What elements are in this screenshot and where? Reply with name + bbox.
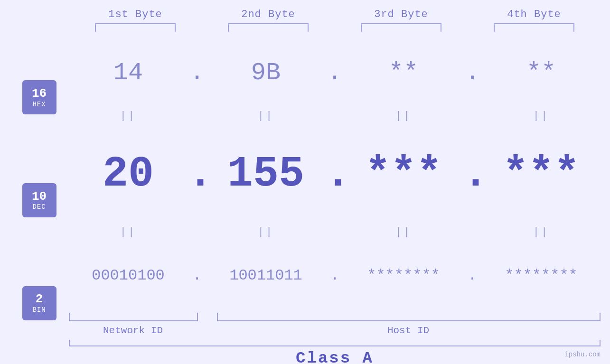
byte1-label: 1st Byte (69, 9, 202, 20)
main-area: 16 HEX 10 DEC 2 BIN 14 . (0, 37, 610, 364)
hex-byte3-cell: ** (344, 59, 463, 87)
bin-badge-num: 2 (36, 292, 43, 306)
hex-dot1: . (188, 59, 206, 87)
id-labels-row: Network ID Host ID (69, 325, 601, 336)
dec-badge-label: DEC (32, 203, 46, 211)
main-container: 1st Byte 2nd Byte 3rd Byte 4th Byte 16 H… (0, 0, 610, 364)
network-id-label: Network ID (69, 325, 197, 336)
bin-badge: 2 BIN (22, 286, 56, 320)
hex-badge-label: HEX (32, 101, 46, 108)
dec-dot1: . (188, 150, 206, 198)
equals-row-1: || || || || (69, 109, 601, 123)
bin-badge-label: BIN (32, 306, 46, 314)
dec-row: 20 . 155 . *** . *** (69, 123, 601, 225)
hex-row: 14 . 9B . ** . ** (69, 37, 601, 109)
values-area: 14 . 9B . ** . ** (69, 37, 601, 364)
hex-byte2-value: 9B (251, 59, 281, 87)
byte2-label: 2nd Byte (202, 9, 335, 20)
class-bracket-line (69, 340, 601, 346)
dec-dot2: . (325, 150, 344, 198)
hex-byte4-cell: ** (482, 59, 601, 87)
bottom-bracket-lines (69, 313, 601, 321)
equals-2-b4: || (482, 226, 601, 238)
equals-2-b1: || (69, 226, 188, 238)
dec-badge-num: 10 (32, 190, 47, 204)
byte-labels-row: 1st Byte 2nd Byte 3rd Byte 4th Byte (69, 0, 601, 20)
dec-byte4-cell: *** (482, 150, 601, 198)
bin-byte3-cell: ******** (344, 267, 463, 284)
bin-dot3: . (463, 267, 482, 284)
label-spacer (197, 325, 216, 336)
dec-byte1-cell: 20 (69, 150, 188, 198)
equals-1-b2: || (206, 110, 325, 122)
equals-1-b3: || (344, 110, 463, 122)
bin-byte4-cell: ******** (482, 267, 601, 284)
top-brackets-row (69, 23, 601, 32)
bracket-cell-1 (69, 23, 202, 32)
badges-column: 16 HEX 10 DEC 2 BIN (0, 37, 69, 364)
hex-dot3: . (463, 59, 482, 87)
hex-badge-num: 16 (32, 87, 47, 101)
bottom-network-bracket (69, 313, 198, 321)
hex-badge: 16 HEX (22, 80, 56, 114)
bottom-host-bracket (217, 313, 601, 321)
hex-byte2-cell: 9B (206, 59, 325, 87)
hex-byte3-value: ** (389, 59, 418, 87)
bracket-cell-3 (335, 23, 468, 32)
byte3-label: 3rd Byte (335, 9, 468, 20)
bin-byte1-value: 00010100 (92, 267, 165, 284)
top-bracket-3 (361, 23, 441, 32)
bin-row: 00010100 . 10011011 . ******** . (69, 239, 601, 312)
bin-dot2: . (325, 267, 344, 284)
dec-byte3-value: *** (365, 150, 442, 198)
hex-dot2: . (325, 59, 344, 87)
equals-2-b3: || (344, 226, 463, 238)
dec-byte1-value: 20 (103, 150, 154, 198)
top-bracket-2 (228, 23, 309, 32)
footer-text: ipshu.com (564, 351, 601, 358)
class-label-row: Class A (69, 349, 601, 364)
bin-dot1: . (188, 267, 206, 284)
dec-byte2-cell: 155 (206, 150, 325, 198)
bin-byte1-cell: 00010100 (69, 267, 188, 284)
top-bracket-1 (95, 23, 176, 32)
equals-1-b1: || (69, 110, 188, 122)
byte4-label: 4th Byte (468, 9, 601, 20)
bracket-cell-4 (468, 23, 601, 32)
equals-row-2: || || || || (69, 225, 601, 239)
hex-byte1-cell: 14 (69, 59, 188, 87)
dec-byte2-value: 155 (227, 150, 304, 198)
class-label: Class A (296, 349, 374, 364)
equals-1-b4: || (482, 110, 601, 122)
bin-byte2-value: 10011011 (229, 267, 302, 284)
host-id-label: Host ID (216, 325, 601, 336)
bracket-cell-2 (202, 23, 335, 32)
dec-badge: 10 DEC (22, 183, 56, 217)
hex-byte4-value: ** (526, 59, 556, 87)
bin-byte3-value: ******** (367, 267, 440, 284)
hex-byte1-value: 14 (113, 59, 143, 87)
dec-byte3-cell: *** (344, 150, 463, 198)
class-bracket-row (69, 340, 601, 346)
bin-byte2-cell: 10011011 (206, 267, 325, 284)
bin-byte4-value: ******** (505, 267, 578, 284)
bottom-labels-section: Network ID Host ID Class A (69, 312, 601, 364)
top-bracket-4 (494, 23, 574, 32)
dec-byte4-value: *** (503, 150, 580, 198)
footer: ipshu.com (564, 351, 601, 358)
dec-dot3: . (463, 150, 482, 198)
equals-2-b2: || (206, 226, 325, 238)
